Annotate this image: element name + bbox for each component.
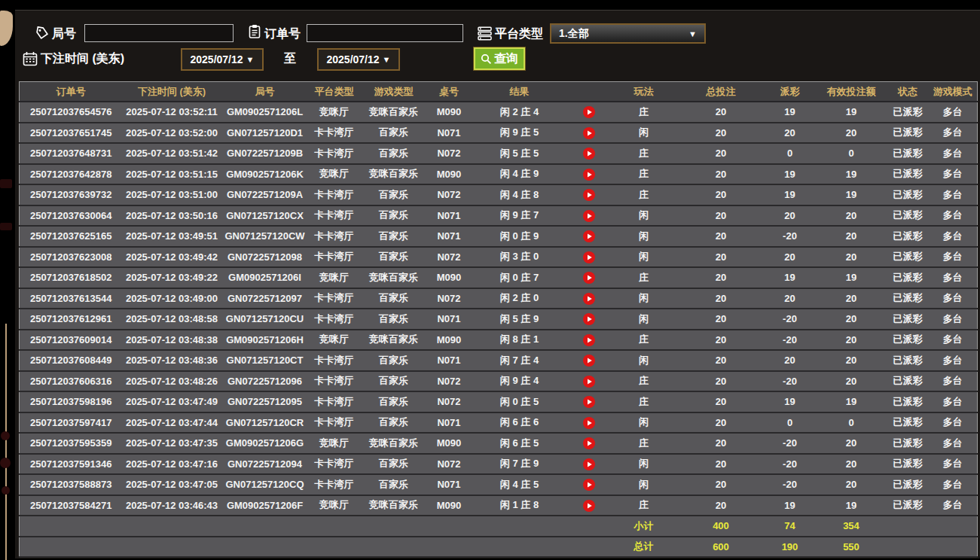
cell-play xyxy=(569,267,610,288)
cell-round-no: GN071257120CX xyxy=(221,205,309,227)
cell-total-bet: 20 xyxy=(678,433,765,454)
play-button[interactable] xyxy=(583,189,595,201)
cell-table-no: N071 xyxy=(428,205,471,227)
game-no-input[interactable] xyxy=(84,24,234,42)
column-header: 平台类型 xyxy=(309,82,360,102)
cell-payout: 20 xyxy=(765,350,816,371)
cell-game-type: 百家乐 xyxy=(360,123,428,144)
cell-round-no: GM0902571206H xyxy=(221,330,309,351)
cell-payout: 19 xyxy=(765,184,816,205)
play-button[interactable] xyxy=(583,210,595,222)
play-button[interactable] xyxy=(583,230,595,242)
date-to-select[interactable]: 2025/07/12 ▼ xyxy=(317,48,400,71)
cell-total-bet: 20 xyxy=(678,412,765,434)
cell-play xyxy=(569,102,610,123)
cell-mode: 多台 xyxy=(929,164,978,185)
cell-status: 已派彩 xyxy=(887,247,929,268)
cell-status: 已派彩 xyxy=(887,433,929,454)
column-header: 结果 xyxy=(471,82,569,102)
summary-empty-cell xyxy=(221,537,309,558)
play-icon xyxy=(583,210,595,222)
cell-result: 闲 0 庄 9 xyxy=(471,226,569,247)
play-button[interactable] xyxy=(583,106,595,118)
backdrop-blob xyxy=(1,431,10,440)
play-button[interactable] xyxy=(583,437,595,449)
cell-valid-bet: 19 xyxy=(816,391,887,412)
cell-platform: 卡卡湾厅 xyxy=(309,412,360,434)
cell-game-type: 百家乐 xyxy=(360,391,428,412)
play-button[interactable] xyxy=(583,313,595,325)
summary-empty-cell xyxy=(887,537,929,558)
order-no-input[interactable] xyxy=(307,24,463,42)
cell-status: 已派彩 xyxy=(887,288,929,309)
cell-status: 已派彩 xyxy=(887,350,929,371)
cell-total-bet: 20 xyxy=(678,495,765,516)
platform-type-select[interactable]: 1.全部 ▼ xyxy=(550,23,706,44)
play-button[interactable] xyxy=(583,458,595,470)
play-icon xyxy=(583,230,595,242)
table-row: 2507120375913462025-07-12 03:47:16GN0722… xyxy=(20,454,978,475)
cell-platform: 卡卡湾厅 xyxy=(309,454,360,475)
play-button[interactable] xyxy=(583,500,595,512)
cell-bet-side: 闲 xyxy=(610,123,678,144)
play-button[interactable] xyxy=(583,334,595,346)
cell-bet-side: 庄 xyxy=(610,391,678,412)
play-button[interactable] xyxy=(583,251,595,263)
play-button[interactable] xyxy=(583,417,595,429)
query-button[interactable]: 查询 xyxy=(474,47,525,70)
play-button[interactable] xyxy=(583,355,595,367)
cell-valid-bet: 0 xyxy=(816,143,887,164)
cell-status: 已派彩 xyxy=(887,164,929,185)
cell-play xyxy=(569,123,610,144)
cell-play xyxy=(569,330,610,351)
cell-mode: 多台 xyxy=(929,143,978,164)
cell-table-no: M090 xyxy=(428,330,471,351)
table-row: 2507120376084492025-07-12 03:48:36GN0712… xyxy=(20,350,978,371)
cell-order-no: 250712037625165 xyxy=(20,226,123,247)
cell-status: 已派彩 xyxy=(887,205,929,227)
cell-mode: 多台 xyxy=(929,495,978,516)
cell-mode: 多台 xyxy=(929,330,978,351)
cell-round-no: GN07225712095 xyxy=(221,391,309,412)
cell-table-no: M090 xyxy=(428,433,471,454)
play-button[interactable] xyxy=(583,479,595,491)
play-button[interactable] xyxy=(583,169,595,181)
play-button[interactable] xyxy=(583,293,595,305)
play-button[interactable] xyxy=(583,396,595,408)
query-button-label: 查询 xyxy=(494,51,518,67)
table-row: 2507120376300642025-07-12 03:50:16GN0712… xyxy=(20,205,978,227)
cell-payout: 0 xyxy=(765,412,816,434)
cell-round-no: GM0902571206L xyxy=(221,102,309,123)
cell-bet-side: 庄 xyxy=(610,184,678,205)
play-icon xyxy=(583,396,595,408)
cell-order-no: 250712037648731 xyxy=(20,143,123,164)
table-row: 2507120376517452025-07-12 03:52:00GN0712… xyxy=(20,123,978,144)
play-button[interactable] xyxy=(583,148,595,160)
cell-bet-side: 庄 xyxy=(610,371,678,392)
play-button[interactable] xyxy=(583,272,595,284)
cell-game-type: 百家乐 xyxy=(360,474,428,495)
cell-platform: 竞咪厅 xyxy=(309,433,360,454)
cell-result: 闲 7 庄 9 xyxy=(471,454,569,475)
cell-valid-bet: 19 xyxy=(816,102,887,123)
play-button[interactable] xyxy=(583,127,595,139)
cell-platform: 卡卡湾厅 xyxy=(309,288,360,309)
cell-round-no: GN07225712098 xyxy=(221,247,309,268)
summary-payout: 190 xyxy=(765,537,816,558)
cell-status: 已派彩 xyxy=(887,309,929,330)
date-range-to-label: 至 xyxy=(284,50,296,67)
summary-empty-cell xyxy=(428,516,471,537)
summary-empty-cell xyxy=(309,516,360,537)
cell-round-no: GN071257120CT xyxy=(221,350,309,371)
cell-total-bet: 20 xyxy=(678,143,765,164)
cell-table-no: N072 xyxy=(428,454,471,475)
date-from-select[interactable]: 2025/07/12 ▼ xyxy=(181,48,264,71)
cell-game-type: 百家乐 xyxy=(360,205,428,227)
table-row: 2507120376135442025-07-12 03:49:00GN0722… xyxy=(20,288,978,309)
cell-play xyxy=(569,391,610,412)
play-button[interactable] xyxy=(583,376,595,388)
cell-payout: -20 xyxy=(765,371,816,392)
cell-play xyxy=(569,495,610,516)
play-icon xyxy=(583,293,595,305)
bet-records-panel: 局号 订单号 平台类型 1.全部 ▼ 下注时间 (美东) 2025/07/12 … xyxy=(15,10,980,558)
